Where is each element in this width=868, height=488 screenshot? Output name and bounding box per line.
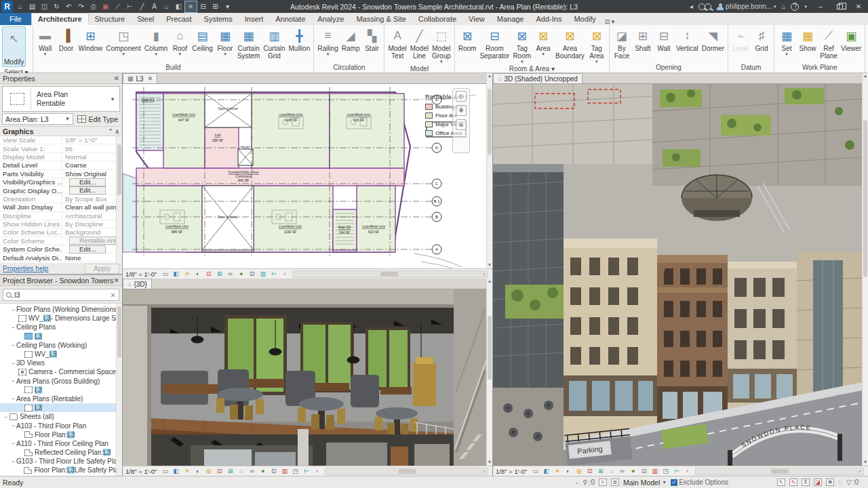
tree-item[interactable]: L3 <box>0 386 122 394</box>
railing-button[interactable]: ≡Railing▾ <box>316 26 340 56</box>
tab-structure[interactable]: Structure <box>89 13 132 25</box>
drag-on-selection-icon[interactable]: ✥ <box>826 479 834 486</box>
tab-annotate[interactable]: Annotate <box>269 13 311 25</box>
view-scale-label[interactable]: 1/8" = 1'-0" <box>496 468 527 475</box>
properties-close-icon[interactable]: ✕ <box>114 75 119 82</box>
close-inactive-windows-icon[interactable]: ⊟ <box>197 1 209 12</box>
tree-item[interactable]: L3 <box>0 332 122 341</box>
tab-manage[interactable]: Manage <box>491 13 530 25</box>
tree-expander-icon[interactable]: − <box>10 395 16 402</box>
collapse-bar-icon[interactable]: ‹ <box>683 467 692 475</box>
collapse-bar-icon[interactable]: ‹ <box>280 270 289 278</box>
worksharing-display-icon[interactable]: ▥ <box>258 270 267 278</box>
property-row[interactable]: Detail LevelCoarse <box>0 161 122 169</box>
file-tab[interactable]: File <box>0 13 31 25</box>
show-button[interactable]: ▦Show <box>797 26 818 53</box>
crop-view-icon[interactable]: ⊡ <box>585 467 594 475</box>
dropdown-arrow-icon[interactable]: ▾ <box>440 60 443 63</box>
zoom-icon[interactable]: ⊕ <box>456 119 467 130</box>
temporary-hide-isolate-icon[interactable]: ∞ <box>226 270 235 278</box>
scroll-right-icon[interactable]: › <box>481 468 488 474</box>
tree-item[interactable]: Camera - Commercial Space L3 <box>0 367 122 376</box>
property-row[interactable]: Color Scheme Loc...Background <box>0 228 122 237</box>
section-icon[interactable]: ◧ <box>173 1 184 12</box>
model-line-icon[interactable]: ╱ <box>136 1 148 12</box>
reveal-hidden-icon[interactable]: ● <box>258 467 267 475</box>
visual-style-icon[interactable]: ◧ <box>172 467 180 475</box>
ribbon-display-toggle-icon[interactable]: ⊡ ▾ <box>605 18 615 25</box>
property-row[interactable]: Display ModelNormal <box>0 153 122 161</box>
city-view-tab[interactable]: ⌂ 3D (Shaded) Uncropped <box>493 73 583 83</box>
dropdown-arrow-icon[interactable]: ▾ <box>224 52 226 56</box>
open-icon[interactable]: ▤ <box>26 1 38 12</box>
displacement-icon[interactable]: ◳ <box>291 467 300 475</box>
city-vertical-scrollbar[interactable]: ▲▼ <box>862 73 868 466</box>
dropdown-arrow-icon[interactable]: ▾ <box>542 52 545 56</box>
component-button[interactable]: ◳Component▾ <box>104 26 142 56</box>
set-button[interactable]: ▦Set▾ <box>776 26 797 56</box>
tree-item[interactable]: −Sheets (all) <box>0 412 122 421</box>
reveal-constraints-icon[interactable]: ⊢ <box>672 467 681 475</box>
vertical-button[interactable]: ↕Vertical <box>675 26 700 53</box>
tree-item[interactable]: −Area Plans (Gross Building) <box>0 377 122 386</box>
browser-scrollbar[interactable] <box>116 304 122 476</box>
mullion-button[interactable]: ╋Mullion <box>288 26 312 53</box>
floor-button[interactable]: ▦Floor▾ <box>215 26 235 56</box>
print-icon[interactable]: ⎙ <box>87 1 99 12</box>
project-browser-close-icon[interactable]: ✕ <box>114 277 119 284</box>
tree-expander-icon[interactable]: − <box>10 440 16 447</box>
analysis-icon[interactable]: ▥ <box>280 467 289 475</box>
redo-icon[interactable]: ↷ <box>75 1 87 12</box>
clear-search-icon[interactable]: ✕ <box>111 291 116 299</box>
tree-item[interactable]: L3 <box>0 403 122 412</box>
property-edit-button[interactable]: Edit... <box>69 245 106 253</box>
horizontal-scrollbar[interactable]: › <box>695 468 864 475</box>
infocenter-collapse-icon[interactable]: ◂ <box>690 3 693 10</box>
filter-icon[interactable]: ▽:0 <box>846 479 859 486</box>
property-edit-button[interactable]: Edit... <box>69 186 106 195</box>
home-icon[interactable]: ⌂ <box>14 1 26 12</box>
temporary-hide-isolate-icon[interactable]: ∞ <box>618 467 627 475</box>
sun-path-icon[interactable]: ☀ <box>182 270 191 278</box>
shadows-icon[interactable]: ◐ <box>564 467 572 475</box>
area-button[interactable]: ⊠Area▾ <box>533 26 553 56</box>
plan-drawing-area[interactable]: Open to belowOpen to belowElev E2EDCB.1B… <box>123 84 486 268</box>
tab-collaborate[interactable]: Collaborate <box>412 13 462 25</box>
view-scale-label[interactable]: 1/8" = 1'-0" <box>125 468 157 475</box>
model-group-button[interactable]: ⬚Model Group▾ <box>431 26 452 64</box>
roof-button[interactable]: ⌂Roof▾ <box>170 26 190 56</box>
tab-steel[interactable]: Steel <box>131 13 160 25</box>
model-text-button[interactable]: AModel Text <box>387 26 408 60</box>
tree-item[interactable]: −Floor Plans (Working Dimensions) <box>0 305 122 314</box>
temporary-view-properties-icon[interactable]: ⊡ <box>248 270 256 278</box>
viewport-plan-l3[interactable]: ▦ L3 ✕ Open to belowOpen to belowElev E2… <box>123 73 493 279</box>
dropdown-arrow-icon[interactable]: ▾ <box>327 52 330 56</box>
property-row[interactable]: Scale Value 1:96 <box>0 144 122 152</box>
dormer-button[interactable]: ◥Dormer <box>701 26 726 53</box>
plan-tab-close-icon[interactable]: ✕ <box>148 75 153 82</box>
room-button[interactable]: ⊠Room <box>457 26 478 53</box>
tree-expander-icon[interactable]: − <box>10 360 16 367</box>
locked-3d-icon[interactable]: ⌂ <box>237 467 245 475</box>
close-button[interactable]: ✕ <box>849 0 868 13</box>
tree-item[interactable]: −A110 - Third Floor Ceiling Plan <box>0 439 122 448</box>
tab-analyze[interactable]: Analyze <box>311 13 350 25</box>
plan-view-tab[interactable]: ▦ L3 ✕ <box>123 73 157 83</box>
visual-style-icon[interactable]: ◧ <box>542 467 551 475</box>
worksets-icon[interactable]: ≡ <box>599 479 607 486</box>
dropdown-arrow-icon[interactable]: ▾ <box>179 52 182 56</box>
tag-room-button[interactable]: ⊠Tag Room▾ <box>511 26 532 64</box>
ref-plane-button[interactable]: ⟋Ref Plane <box>818 26 839 60</box>
detail-level-icon[interactable]: ▭ <box>531 467 540 475</box>
tab-precast[interactable]: Precast <box>160 13 197 25</box>
view-scale-label[interactable]: 1/8" = 1'-0" <box>125 270 157 278</box>
measure-icon[interactable]: ⟋ <box>112 1 123 12</box>
persp-view-tab[interactable]: ⌂ {3D} <box>123 279 152 289</box>
area-boundary-button[interactable]: ⊠Area Boundary <box>554 26 586 60</box>
sheet-issues-icon[interactable]: ▣ <box>100 1 111 12</box>
temporary-view-properties-icon[interactable]: ⊡ <box>639 467 648 475</box>
tree-expander-icon[interactable]: − <box>10 422 16 429</box>
tree-item[interactable]: −3D Views <box>0 359 122 367</box>
horizontal-scrollbar[interactable]: › <box>292 270 488 278</box>
stair-button[interactable]: ▚Stair <box>361 26 382 53</box>
